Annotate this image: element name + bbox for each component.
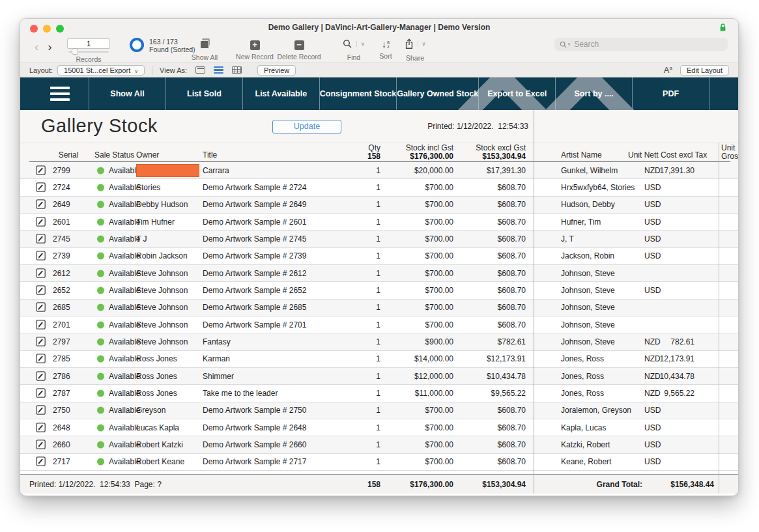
edit-record-icon[interactable] xyxy=(36,165,46,176)
table-row[interactable]: 2649 Available Debby Hudson Demo Artwork… xyxy=(20,197,738,214)
preview-button[interactable]: Preview xyxy=(257,65,296,76)
edit-record-icon[interactable] xyxy=(36,217,46,227)
edit-record-icon[interactable] xyxy=(36,182,46,193)
table-row[interactable]: 2787 Available Ross Jones Take me to the… xyxy=(20,385,738,402)
next-record-button[interactable]: › xyxy=(48,40,51,53)
table-row[interactable]: 2724 Available Stories Demo Artwork Samp… xyxy=(20,179,738,196)
found-set-donut-icon[interactable] xyxy=(130,38,144,52)
edit-record-icon[interactable] xyxy=(36,302,46,313)
current-record-input[interactable] xyxy=(67,38,110,49)
serial-cell: 2739 xyxy=(53,251,83,260)
table-row[interactable]: 2701 Available Steve Johnson Demo Artwor… xyxy=(20,316,738,333)
stock-excl-cell: $608.70 xyxy=(454,457,526,466)
view-as-list-button[interactable] xyxy=(214,66,223,74)
edit-record-icon[interactable] xyxy=(36,199,46,210)
owner-cell[interactable]: Steve Johnson xyxy=(136,335,199,348)
table-row[interactable]: 2717 Available Robert Keane Demo Artwork… xyxy=(20,454,738,471)
show-all-button[interactable]: Show All xyxy=(185,38,224,61)
delete-record-button[interactable]: − Delete Record xyxy=(273,38,325,61)
edit-record-icon[interactable] xyxy=(36,423,46,433)
edit-record-icon[interactable] xyxy=(36,388,46,399)
chevron-down-icon[interactable]: ∨ xyxy=(356,41,365,47)
table-row[interactable]: 2750 Available Greyson Demo Artwork Samp… xyxy=(20,402,738,419)
edit-record-icon[interactable] xyxy=(36,354,46,364)
page-title: Gallery Stock xyxy=(41,115,158,137)
nav-button[interactable]: List Available xyxy=(242,77,319,110)
nav-button[interactable]: Export to Excel xyxy=(478,77,555,110)
formatting-bar-button[interactable]: Aa xyxy=(664,65,672,75)
edit-record-icon[interactable] xyxy=(36,251,46,261)
view-as-form-button[interactable] xyxy=(195,66,205,74)
nav-button[interactable]: Consignment Stock xyxy=(319,77,396,110)
search-field[interactable]: ∨ Search xyxy=(554,38,728,51)
edit-record-icon[interactable] xyxy=(36,234,46,244)
owner-cell[interactable]: Robin Jackson xyxy=(136,249,199,262)
table-row[interactable]: 2652 Available Steve Johnson Demo Artwor… xyxy=(20,282,738,299)
nav-button[interactable]: Gallery Owned Stock xyxy=(396,77,478,110)
column-header-owner: Owner xyxy=(136,150,159,160)
printed-timestamp: Printed: 1/12/2022. 12:54:33 xyxy=(385,122,528,131)
owner-cell[interactable]: Ross Jones xyxy=(136,352,199,365)
edit-record-icon[interactable] xyxy=(36,405,46,415)
record-slider[interactable] xyxy=(68,51,109,53)
qty-cell: 1 xyxy=(341,320,380,329)
status-green-dot-icon xyxy=(97,338,104,345)
owner-cell[interactable]: T J xyxy=(136,232,199,245)
owner-cell[interactable]: Ross Jones xyxy=(136,370,199,383)
record-slider-thumb[interactable] xyxy=(72,48,78,55)
edit-record-icon[interactable] xyxy=(36,371,46,382)
table-row[interactable]: 2797 Available Steve Johnson Fantasy 1 $… xyxy=(20,333,738,350)
table-row[interactable]: 2785 Available Ross Jones Karman 1 $14,0… xyxy=(20,351,738,368)
table-row[interactable]: 2685 Available Steve Johnson Demo Artwor… xyxy=(20,300,738,316)
sort-button[interactable]: ↓az Sort xyxy=(375,38,397,60)
edit-layout-button[interactable]: Edit Layout xyxy=(680,65,729,76)
new-record-button[interactable]: + New Record xyxy=(232,38,278,61)
table-row[interactable]: 2786 Available Ross Jones Shimmer 1 $12,… xyxy=(20,368,738,385)
owner-cell[interactable]: Greyson xyxy=(136,404,199,417)
status-green-dot-icon xyxy=(97,407,104,414)
owner-cell[interactable] xyxy=(136,164,199,177)
owner-cell[interactable]: Steve Johnson xyxy=(136,301,199,314)
update-button[interactable]: Update xyxy=(272,120,341,133)
owner-cell[interactable]: Steve Johnson xyxy=(136,284,199,297)
table-row[interactable]: 2612 Available Steve Johnson Demo Artwor… xyxy=(20,265,738,282)
nav-button[interactable]: List Sold xyxy=(165,77,242,110)
footer-total-qty: 158 xyxy=(341,480,380,489)
owner-cell[interactable]: Steve Johnson xyxy=(136,267,199,280)
table-row[interactable]: 2745 Available T J Demo Artwork Sample #… xyxy=(20,231,738,247)
table-row[interactable]: 2660 Available Robert Katzki Demo Artwor… xyxy=(20,436,738,453)
nav-button[interactable]: Sort by .... xyxy=(555,77,632,110)
edit-record-icon[interactable] xyxy=(36,320,46,330)
sort-az-icon: ↓az xyxy=(382,39,390,49)
stock-incl-cell: $700.00 xyxy=(382,303,453,312)
edit-record-icon[interactable] xyxy=(36,285,46,296)
owner-cell[interactable]: Robert Katzki xyxy=(136,438,199,451)
owner-cell[interactable]: Ross Jones xyxy=(136,387,199,400)
layout-selector[interactable]: 15001 St...cel Export∨ xyxy=(57,65,145,76)
owner-cell[interactable]: Lucas Kapla xyxy=(136,421,199,434)
serial-cell: 2787 xyxy=(53,389,83,398)
table-row[interactable]: 2601 Available Tim Hufner Demo Artwork S… xyxy=(20,214,738,231)
currency-cell: USD xyxy=(644,406,670,415)
find-button[interactable]: ∨ Find xyxy=(334,38,373,61)
owner-cell[interactable]: Debby Hudson xyxy=(136,198,199,211)
edit-record-icon[interactable] xyxy=(36,337,46,347)
owner-cell[interactable]: Stories xyxy=(136,181,199,194)
nav-button[interactable]: PDF xyxy=(632,77,709,110)
table-row[interactable]: 2739 Available Robin Jackson Demo Artwor… xyxy=(20,248,738,265)
edit-record-icon[interactable] xyxy=(36,456,46,467)
chevron-down-icon[interactable]: ∨ xyxy=(418,41,426,47)
table-row[interactable]: 2799 Available Carrara 1 $20,000.00 $17,… xyxy=(20,162,738,179)
stacked-records-icon xyxy=(200,40,210,49)
nav-button[interactable]: Show All xyxy=(89,77,165,110)
previous-record-button[interactable]: ‹ xyxy=(35,40,38,53)
owner-cell[interactable]: Robert Keane xyxy=(136,455,199,468)
share-button[interactable]: ∨ Share xyxy=(400,38,430,62)
view-as-table-button[interactable] xyxy=(232,66,242,74)
table-row[interactable]: 2648 Available Lucas Kapla Demo Artwork … xyxy=(20,419,738,436)
edit-record-icon[interactable] xyxy=(36,440,46,450)
edit-record-icon[interactable] xyxy=(36,268,46,279)
owner-cell[interactable]: Steve Johnson xyxy=(136,318,199,331)
menu-hamburger-button[interactable] xyxy=(50,87,70,102)
owner-cell[interactable]: Tim Hufner xyxy=(136,216,199,229)
